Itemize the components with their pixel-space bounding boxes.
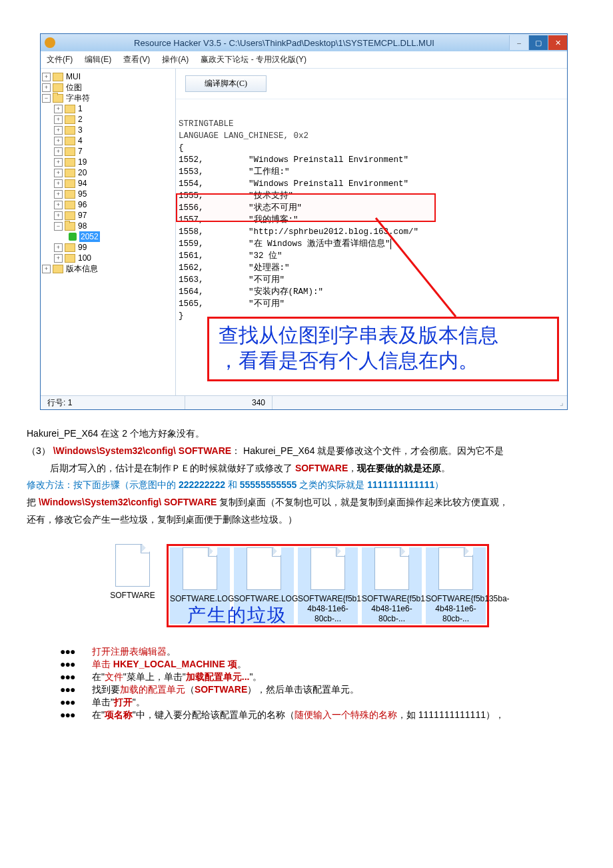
para: 后期才写入的，估计是在制作ＰＥ的时候就做好了或修改了 SOFTWARE，现在要做… [27,461,586,477]
tree-node[interactable]: 96 [78,199,87,210]
list-item: ●●● 找到要加载的配置单元（SOFTWARE），然后单击该配置单元。 [60,684,586,696]
garbage-caption: 产生的垃圾 [187,603,287,628]
file-explorer-snippet: SOFTWARE SOFTWARE.LOG1 SOFTWARE.LOG2 SOF… [97,536,516,634]
source-pane: 编译脚本(C) STRINGTABLE LANGUAGE LANG_CHINES… [176,69,567,395]
resize-grip-icon[interactable]: ⌟ [556,398,567,407]
resource-hacker-window: Resource Hacker V3.5 - C:\Users\ThinkPad… [40,33,568,410]
list-item: ●●● 在"文件"菜单上，单击"加载配置单元..."。 [60,671,586,683]
file-icon [115,544,150,587]
para: 把 \Windows\System32\config\ SOFTWARE 复制到… [27,495,586,511]
tree-node[interactable]: 97 [78,210,87,221]
para: （3） \Windows\System32\config\ SOFTWARE： … [27,443,586,459]
resource-leaf-icon [69,233,77,241]
garbage-files-highlight: SOFTWARE.LOG1 SOFTWARE.LOG2 SOFTWARE{f5b… [167,544,489,627]
file-label: SOFTWARE{f5b135ba-4b48-11e6-80cb-... [298,594,358,624]
status-line: 行号: 1 [47,397,72,409]
menu-action[interactable]: 操作(A) [160,53,191,66]
maximize-button[interactable]: ▢ [528,35,548,50]
file-label: SOFTWARE [103,591,163,601]
tree-node[interactable]: 94 [78,178,87,189]
status-bar: 行号: 1 340 ⌟ [41,395,567,409]
list-item: ●●● 单击 HKEY_LOCAL_MACHINE 项。 [60,659,586,671]
tree-node[interactable]: 1 [78,103,83,114]
body-text: Hakurei_PE_X64 在这 2 个地方好象没有。 （3） \Window… [27,426,586,528]
app-icon [45,37,55,48]
steps-list: ●●● 打开注册表编辑器。 ●●● 单击 HKEY_LOCAL_MACHINE … [27,646,586,721]
resource-tree[interactable]: +MUI +位图 −字串符 +1 +2 +3 +4 +7 +19 +20 +94… [41,69,176,395]
menu-edit[interactable]: 编辑(E) [83,53,113,66]
file-item[interactable]: SOFTWARE [103,544,163,627]
file-item[interactable]: SOFTWARE{f5b135ba-4b48-11e6-80cb-... [298,547,358,624]
tree-mui[interactable]: MUI [66,71,81,82]
tree-node[interactable]: 99 [78,242,87,253]
file-icon [374,547,409,590]
tree-node[interactable]: 98 [78,221,87,231]
file-item[interactable]: SOFTWARE{f5b135ba-4b48-11e6-80cb-... [426,547,486,624]
file-label: SOFTWARE{f5b135ba-4b48-11e6-80cb-... [362,594,422,624]
menu-file[interactable]: 文件(F) [45,53,75,66]
menu-view[interactable]: 查看(V) [121,53,152,66]
tree-node[interactable]: 4 [78,135,83,146]
tree-stringtable[interactable]: 字串符 [66,93,90,103]
file-icon [183,547,217,590]
compile-script-button[interactable]: 编译脚本(C) [185,75,267,92]
minimize-button[interactable]: – [509,35,528,50]
tree-node[interactable]: 95 [78,189,87,199]
tree-node[interactable]: 3 [78,125,83,135]
menu-bar: 文件(F) 编辑(E) 查看(V) 操作(A) 赢政天下论坛 - 专用汉化版(Y… [41,51,567,69]
file-icon [247,547,281,590]
annotation-highlight [176,193,436,222]
para: Hakurei_PE_X64 在这 2 个地方好象没有。 [27,426,586,442]
text-caret [390,239,391,249]
list-item: ●●● 单击"打开"。 [60,697,586,709]
title-bar[interactable]: Resource Hacker V3.5 - C:\Users\ThinkPad… [41,34,567,51]
file-icon [438,547,473,590]
tree-leaf-selected[interactable]: 2052 [79,231,100,242]
file-item[interactable]: SOFTWARE{f5b135ba-4b48-11e6-80cb-... [362,547,422,624]
para: 修改方法：按下面步骤（示意图中的 222222222 和 55555555555… [27,477,586,493]
file-label: SOFTWARE{f5b135ba-4b48-11e6-80cb-... [426,594,486,624]
window-title: Resource Hacker V3.5 - C:\Users\ThinkPad… [59,38,509,48]
status-col: 340 [252,398,265,407]
tree-node[interactable]: 7 [78,146,83,157]
tree-node[interactable]: 19 [78,157,87,167]
file-icon [310,547,345,590]
tree-node[interactable]: 2 [78,114,83,125]
tree-node[interactable]: 100 [78,253,91,263]
list-item: ●●● 打开注册表编辑器。 [60,646,586,658]
annotation-callout: 查找从位图到字串表及版本信息 ，看看是否有个人信息在内。 [207,317,559,381]
menu-forum[interactable]: 赢政天下论坛 - 专用汉化版(Y) [199,53,308,66]
tree-bitmap[interactable]: 位图 [66,82,82,93]
close-button[interactable]: ✕ [548,35,567,50]
tree-version[interactable]: 版本信息 [66,263,98,274]
list-item: ●●● 在"项名称"中，键入要分配给该配置单元的名称（随便输入一个特殊的名称，如… [60,709,586,721]
para: 还有，修改它会产生一些垃圾，复制到桌面便于删除这些垃圾。） [27,512,586,528]
tree-node[interactable]: 20 [78,167,87,178]
